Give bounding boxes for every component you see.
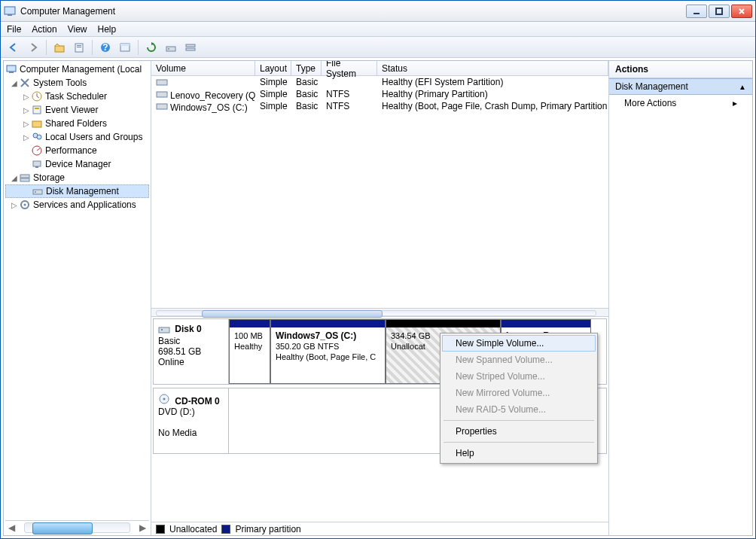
center-horizontal-scrollbar[interactable] (151, 308, 608, 317)
view-options-icon[interactable] (117, 39, 133, 56)
menu-new-simple-volume[interactable]: New Simple Volume... (442, 335, 596, 352)
svg-rect-1 (8, 14, 12, 16)
folder-share-icon (31, 117, 43, 129)
performance-icon (31, 145, 43, 157)
svg-rect-3 (716, 8, 722, 14)
menu-help[interactable]: Help (442, 445, 596, 461)
menu-view[interactable]: View (68, 24, 87, 35)
svg-rect-28 (20, 178, 29, 181)
maximize-button[interactable] (709, 5, 730, 18)
volume-icon (156, 76, 168, 88)
actions-more-actions[interactable]: More Actions ▸ (609, 95, 752, 111)
navigation-tree: Computer Management (Local ◢ System Tool… (4, 61, 151, 535)
actions-section-disk-management[interactable]: Disk Management ▲ (609, 78, 752, 95)
svg-point-39 (163, 398, 166, 400)
tree-shared-folders[interactable]: ▷ Shared Folders (5, 117, 149, 130)
app-icon (4, 5, 16, 17)
svg-text:?: ? (102, 42, 108, 53)
collapse-icon[interactable]: ◢ (10, 79, 19, 87)
users-icon (31, 131, 43, 143)
toolbar: ? (1, 37, 755, 58)
window-title: Computer Management (20, 6, 686, 17)
svg-point-37 (161, 329, 163, 330)
tree-event-viewer[interactable]: ▷ Event Viewer (5, 103, 149, 117)
disk-0-header[interactable]: Disk 0 Basic 698.51 GB Online (154, 319, 229, 384)
nav-forward-button[interactable] (25, 39, 41, 56)
col-layout[interactable]: Layout (255, 61, 291, 75)
tree-local-users[interactable]: ▷ Local Users and Groups (5, 130, 149, 144)
svg-rect-17 (9, 72, 14, 73)
partition[interactable]: Windows7_OS (C:)350.20 GB NTFSHealthy (B… (270, 319, 386, 384)
svg-rect-36 (159, 327, 169, 333)
svg-point-32 (24, 204, 26, 206)
tree-system-tools[interactable]: ◢ System Tools (5, 76, 149, 90)
optical-drive-icon (158, 393, 170, 405)
minimize-button[interactable] (686, 5, 707, 18)
tree-horizontal-scrollbar[interactable]: ◀ ▶ (5, 520, 149, 534)
actions-pane: Actions Disk Management ▲ More Actions ▸ (609, 61, 752, 535)
collapse-arrow-icon: ▲ (739, 83, 746, 91)
volume-icon (156, 88, 168, 100)
svg-rect-11 (120, 44, 130, 46)
tree-disk-management[interactable]: Disk Management (5, 184, 149, 198)
tree-services[interactable]: ▷ Services and Applications (5, 198, 149, 212)
tree-root[interactable]: Computer Management (Local (5, 62, 149, 76)
expand-icon[interactable]: ▷ (22, 133, 31, 142)
svg-rect-29 (33, 190, 42, 194)
svg-rect-27 (20, 175, 29, 178)
volume-list: Volume Layout Type File System Status Si… (151, 61, 608, 308)
tree-storage[interactable]: ◢ Storage (5, 171, 149, 184)
partition[interactable]: 100 MBHealthy (229, 319, 270, 384)
actions-title: Actions (609, 61, 752, 78)
help-icon[interactable]: ? (97, 39, 114, 56)
svg-rect-20 (35, 108, 39, 109)
storage-icon (19, 172, 31, 184)
svg-rect-19 (33, 106, 41, 114)
expand-icon[interactable]: ▷ (22, 120, 31, 128)
up-folder-icon[interactable] (51, 39, 68, 56)
menu-bar: File Action View Help (1, 22, 755, 37)
legend: Unallocated Primary partition (151, 522, 608, 535)
svg-rect-16 (7, 65, 16, 72)
menu-properties[interactable]: Properties (442, 423, 596, 440)
refresh-icon[interactable] (143, 39, 160, 56)
tree-task-scheduler[interactable]: ▷ Task Scheduler (5, 90, 149, 103)
svg-rect-35 (157, 104, 167, 109)
svg-rect-0 (5, 7, 15, 14)
title-bar: Computer Management (1, 1, 755, 22)
collapse-icon[interactable]: ◢ (10, 174, 19, 182)
disk-drive-icon (158, 324, 170, 336)
svg-point-23 (37, 135, 41, 139)
table-row[interactable]: Lenovo_Recovery (Q:)SimpleBasicNTFSHealt… (151, 88, 608, 100)
nav-back-button[interactable] (5, 39, 22, 56)
cdrom-header[interactable]: CD-ROM 0 DVD (D:) No Media (154, 388, 229, 453)
tools-icon (19, 77, 31, 89)
expand-icon[interactable]: ▷ (22, 106, 31, 114)
col-type[interactable]: Type (291, 61, 322, 75)
table-row[interactable]: SimpleBasicHealthy (EFI System Partition… (151, 76, 608, 88)
menu-file[interactable]: File (7, 24, 21, 35)
expand-icon[interactable]: ▷ (10, 201, 19, 209)
col-filesystem[interactable]: File System (322, 61, 377, 75)
close-button[interactable] (731, 5, 752, 18)
svg-rect-6 (77, 45, 81, 46)
volume-icon (156, 100, 168, 112)
properties-icon[interactable] (71, 39, 87, 56)
disk-list-icon[interactable] (182, 39, 199, 56)
tree-performance[interactable]: Performance (5, 144, 149, 157)
tree-device-manager[interactable]: Device Manager (5, 157, 149, 171)
svg-point-30 (35, 191, 36, 193)
svg-rect-12 (166, 47, 175, 51)
menu-action[interactable]: Action (32, 24, 56, 35)
svg-rect-21 (32, 121, 41, 127)
col-volume[interactable]: Volume (151, 61, 255, 75)
col-status[interactable]: Status (377, 61, 608, 75)
table-row[interactable]: Windows7_OS (C:)SimpleBasicNTFSHealthy (… (151, 100, 608, 112)
legend-unallocated-swatch (156, 525, 165, 534)
svg-rect-34 (157, 92, 167, 97)
disk-settings-icon[interactable] (163, 39, 179, 56)
menu-new-mirrored-volume: New Mirrored Volume... (442, 385, 596, 401)
svg-rect-26 (35, 166, 38, 168)
menu-help[interactable]: Help (98, 24, 117, 35)
expand-icon[interactable]: ▷ (22, 93, 31, 101)
